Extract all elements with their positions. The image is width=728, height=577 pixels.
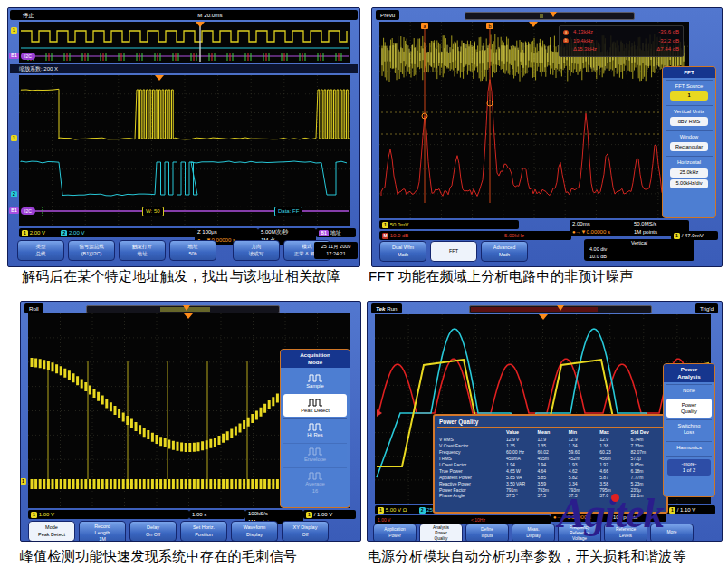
side-menu-item[interactable]: Peak Detect [283, 394, 347, 417]
button-label: 读或写 [236, 251, 276, 257]
button-label: (B1)(I2C) [72, 251, 111, 257]
bottom-menu-button[interactable]: Meas.Display [512, 524, 555, 542]
overview-waveform-window: 1 B1 I2C [19, 22, 350, 63]
bus-marker[interactable]: B1 [9, 207, 19, 214]
side-menu-item[interactable]: WindowRectangular [666, 130, 713, 154]
overview-waveforms [19, 22, 350, 63]
button-label: 地址 [173, 244, 213, 250]
button-label: XY Display [285, 524, 325, 531]
bottom-menu-button[interactable]: AdvancedMath [481, 241, 528, 262]
menu-value-chip[interactable]: Rectangular [670, 142, 708, 151]
column-header: Value [506, 429, 537, 436]
ch1-marker[interactable]: 1 [11, 27, 17, 34]
menu-value-chip[interactable]: 5.00kHz/div [670, 179, 708, 188]
svg-text:b: b [488, 24, 491, 29]
trigger-position-caret[interactable] [550, 12, 557, 17]
time: 17:24:21 [316, 250, 356, 257]
bus-marker[interactable]: B1 [9, 53, 19, 59]
acquisition-mode-menu: Acquisition ModeSamplePeak DetectHi ResE… [280, 349, 350, 508]
caption-fft: FFT 功能在频域上分析电路中的非预计噪声 [369, 268, 634, 285]
measurement-value: 5.85 VA [506, 475, 537, 481]
measurement-value: 456m [599, 456, 630, 462]
bottom-menu-button[interactable]: DelayOn Off [129, 521, 177, 542]
bottom-menu-button[interactable]: DefineInputs [465, 524, 509, 542]
trigger-position-caret[interactable] [557, 305, 564, 311]
measurement-value: 1.38 [599, 443, 630, 449]
button-label: Display [514, 534, 552, 539]
side-menu-item[interactable]: Power Quality [666, 399, 712, 418]
measurement-value: 572μ [631, 456, 662, 462]
measurement-value: 60.23 [599, 449, 630, 456]
side-menu-item[interactable]: Harmonics [666, 441, 712, 454]
button-label: 地址 [122, 251, 162, 257]
cursor-frequency: 4.13kHz [573, 28, 658, 37]
bottom-menu-button[interactable]: ApplicationPower [373, 524, 417, 542]
button-label: Delay [133, 524, 173, 531]
ch1-scale-readout: 1 1.00 V [28, 510, 189, 519]
button-label: 方向 [236, 244, 276, 250]
caption-decode: 解码后在某个特定地址触发，找出与该地址相关故障 [22, 268, 340, 285]
column-header: Mean [537, 429, 568, 436]
side-menu-item-label: Sample [284, 383, 346, 389]
bottom-menu-button[interactable]: 触发打开地址 [119, 240, 166, 261]
bottom-menu-button[interactable]: WaveformDisplay [231, 521, 278, 542]
bottom-menu-button[interactable]: ModePeak Detect [28, 521, 75, 542]
status-bar: 停止 M 20.0ms [10, 10, 358, 20]
measurement-name: V Crest Factor [439, 443, 506, 449]
ch1-marker[interactable]: 1 [20, 478, 26, 485]
measurement-value: 452m [569, 456, 599, 462]
cursor-readout-box: a4.13kHz-39.6 dBb19.4kHz-32.2 dBΔ15.3kHz… [559, 25, 684, 57]
math-scale: 10.0 dB [390, 233, 409, 238]
side-menu-item[interactable]: Switching Loss [666, 419, 712, 438]
button-label: Length [82, 530, 122, 536]
measurement-value: 82.07m [631, 449, 662, 456]
math-frequency: 5.00kHz [504, 231, 524, 240]
menu-value-chip[interactable]: 1 [670, 91, 708, 101]
bottom-menu-button[interactable]: FFT [430, 241, 477, 262]
side-menu-item[interactable]: Envelope [283, 443, 347, 466]
status-chip: Tek Run [371, 303, 402, 313]
bottom-menu-button[interactable]: 类型总线 [17, 240, 64, 261]
measurement-name: Frequency [439, 449, 506, 456]
ch1-badge: 1 [31, 512, 37, 518]
bottom-menu-row: ModePeak DetectRecordLength1MDelayOn Off… [28, 521, 329, 542]
menu-value-chip[interactable]: dBV RMS [670, 117, 708, 126]
bottom-menu-button[interactable]: Set Horiz.Position [180, 521, 227, 542]
bus-trigger-mode: 地址 [330, 230, 341, 236]
side-menu-item[interactable]: FFT Source1 [666, 80, 713, 103]
bottom-menu-button[interactable]: 地址50h [169, 240, 216, 261]
bottom-menu-button[interactable]: AnalysisPowerQuality [419, 524, 463, 542]
side-menu-title: FFT [663, 67, 715, 78]
measurement-value: 3.34 [569, 481, 599, 487]
measurement-value: 12.9 [537, 437, 568, 443]
bottom-menu-button[interactable]: RecordLength1M [79, 521, 126, 542]
measurement-name: True Power [439, 468, 506, 475]
side-menu-item[interactable]: Average 16 [283, 467, 347, 496]
button-label: Inputs [468, 534, 506, 539]
measurement-value: 7.77m [631, 475, 662, 481]
trigger-position-caret[interactable] [183, 305, 190, 311]
button-label: 50h [173, 251, 213, 257]
cursor-readout-row: b19.4kHz-32.2 dB [563, 37, 679, 46]
ch1-marker[interactable]: 1 [11, 135, 17, 141]
fft-display-window: ab a4.13kHz-39.6 dBb19.4kHz-32.2 dBΔ15.3… [379, 22, 689, 218]
table-row: V Crest Factor1.351.351.341.387.33m [437, 443, 664, 449]
bottom-menu-button[interactable]: 方向读或写 [233, 240, 280, 261]
measurement-value: 12.9 V [506, 437, 537, 443]
side-menu-item[interactable]: Horizontal25.0kHz5.00kHz/div [666, 156, 713, 190]
button-label: On Off [133, 532, 173, 538]
bottom-menu-button[interactable]: 信号源总线(B1)(I2C) [68, 240, 115, 261]
side-menu-item[interactable]: None [666, 384, 712, 397]
side-menu-item[interactable]: Vertical UnitsdBV RMS [666, 105, 713, 129]
scope-screenshot-fft: Prevu ab a4.13kHz-39.6 dBb19.4kHz-32.2 d… [371, 7, 723, 267]
side-menu-item[interactable]: Hi Res [283, 418, 347, 441]
menu-value-chip[interactable]: 25.0kHz [670, 168, 708, 178]
side-menu-item-label: Horizontal [666, 159, 712, 166]
bottom-menu-button[interactable]: Dual WfmMath [379, 241, 426, 262]
table-row: Frequency60.00 Hz60.0259.6060.2382.07m [437, 449, 664, 456]
side-menu-item[interactable]: Sample [283, 370, 347, 392]
side-menu-item[interactable]: -more- 1 of 2 [666, 456, 712, 478]
ch2-marker[interactable]: 2 [11, 191, 17, 197]
bottom-menu-button[interactable]: XY DisplayOff [282, 521, 329, 542]
button-label: Advanced [484, 245, 524, 251]
